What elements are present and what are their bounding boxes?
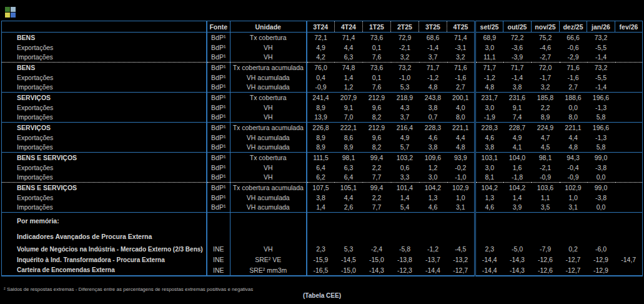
quarter-column-header: 3T24: [307, 21, 335, 33]
quarter-value-cell: 2,2: [363, 193, 391, 203]
month-value-cell: 3,8: [503, 83, 532, 93]
quarter-value-cell: 13,9: [307, 113, 335, 123]
month-value-cell: 5,8: [587, 113, 615, 123]
unit-cell: VH: [230, 113, 307, 123]
quarter-value-cell: [307, 213, 335, 229]
month-value-cell: 102,9: [560, 183, 587, 193]
table-row: ExportaçõesBdP¹VH6,46,32,20,61,2-0,23,01…: [2, 163, 643, 173]
quarter-value-cell: 6,4: [307, 163, 335, 173]
quarter-value-cell: [335, 213, 363, 229]
quarter-value-cell: 5,3: [391, 83, 419, 93]
quarter-value-cell: 2,3: [307, 244, 335, 255]
quarter-value-cell: 73,2: [391, 63, 419, 73]
quarter-column-header: 1T25: [363, 21, 391, 33]
month-value-cell: -2,7: [532, 53, 560, 63]
table-row: ExportaçõesBdP¹VH acumulada8,98,69,64,94…: [2, 133, 643, 143]
quarter-value-cell: 3,3: [391, 173, 419, 183]
quarter-value-cell: 71,4: [447, 33, 475, 43]
month-value-cell: 188,6: [560, 93, 587, 103]
month-value-cell: [503, 213, 532, 229]
table-row: BENSBdP¹Tx cobertura acumulada76,074,873…: [2, 63, 643, 73]
row-label: Exportações: [2, 133, 207, 143]
unit-cell: Tx cobertura: [230, 93, 307, 103]
quarter-value-cell: 3,8: [307, 193, 335, 203]
unit-cell: [230, 213, 307, 229]
month-value-cell: 73,2: [587, 63, 615, 73]
quarter-value-cell: 2,2: [363, 163, 391, 173]
row-label: SERVIÇOS: [2, 123, 207, 133]
source-cell: BdP¹: [207, 103, 230, 113]
quarter-value-cell: 6,3: [335, 53, 363, 63]
month-value-cell: -0,4: [560, 163, 587, 173]
row-label: Indicadores Avançados de Procura Externa: [2, 229, 207, 244]
month-value-cell: [532, 213, 560, 229]
month-value-cell: -12,9: [587, 265, 615, 276]
month-value-cell: 4,6: [475, 203, 503, 213]
table-row: ImportaçõesBdP¹VH acumulada8,98,98,25,73…: [2, 143, 643, 153]
month-value-cell: [615, 163, 643, 173]
month-value-cell: -5,5: [587, 73, 615, 83]
month-value-cell: [615, 229, 643, 244]
quarter-value-cell: -5,8: [391, 244, 419, 255]
icon-quadrant: [11, 7, 16, 12]
quarter-value-cell: 200,1: [447, 93, 475, 103]
quarter-value-cell: 4,4: [447, 133, 475, 143]
row-label: Importações: [2, 53, 207, 63]
quarter-value-cell: 105,1: [335, 183, 363, 193]
quarter-value-cell: -14,3: [363, 265, 391, 276]
month-value-cell: 72,0: [532, 63, 560, 73]
quarter-value-cell: 226,8: [307, 123, 335, 133]
quarter-value-cell: 76,0: [307, 63, 335, 73]
month-value-cell: [503, 229, 532, 244]
quarter-value-cell: -1,2: [419, 73, 447, 83]
unit-cell: Tx cobertura acumulada: [230, 123, 307, 133]
quarter-value-cell: -1,6: [447, 73, 475, 83]
month-value-cell: [615, 43, 643, 53]
footnote: ² Saldos de respostas extremas - Diferen…: [4, 286, 253, 292]
quarter-value-cell: 99,4: [363, 153, 391, 163]
source-cell: BdP¹: [207, 73, 230, 83]
unit-cell: VH: [230, 244, 307, 255]
month-value-cell: 3,9: [503, 203, 532, 213]
quarter-value-cell: 218,9: [391, 93, 419, 103]
month-value-cell: [615, 93, 643, 103]
month-value-cell: -1,3: [587, 133, 615, 143]
quarter-value-cell: [419, 229, 447, 244]
month-value-cell: 196,6: [587, 93, 615, 103]
month-value-cell: 3,2: [532, 83, 560, 93]
quarter-value-cell: 5,4: [391, 203, 419, 213]
icon-quadrant: [5, 13, 10, 18]
month-value-cell: 71,6: [560, 63, 587, 73]
unit-cell: VH acumulada: [230, 83, 307, 93]
table-row: BENSBdP¹Tx cobertura72,171,473,672,968,6…: [2, 33, 643, 43]
month-value-cell: -14,7: [615, 255, 643, 265]
quarter-value-cell: 212,9: [363, 123, 391, 133]
quarter-value-cell: [335, 229, 363, 244]
row-label: Exportações: [2, 163, 207, 173]
quarter-value-cell: [363, 213, 391, 229]
month-value-cell: 4,6: [475, 133, 503, 143]
quarter-value-cell: 8,2: [363, 113, 391, 123]
month-value-cell: 5,8: [587, 143, 615, 153]
month-value-cell: 221,1: [560, 123, 587, 133]
month-value-cell: 4,5: [532, 143, 560, 153]
quarter-value-cell: 221,1: [447, 123, 475, 133]
quarter-value-cell: 8,9: [307, 143, 335, 153]
month-value-cell: [615, 113, 643, 123]
month-value-cell: 224,9: [532, 123, 560, 133]
table-row: ExportaçõesBdP¹VH acumulada3,84,42,21,41…: [2, 193, 643, 203]
quarter-value-cell: [419, 213, 447, 229]
quarter-value-cell: 4,9: [391, 133, 419, 143]
month-value-cell: 11,1: [475, 53, 503, 63]
month-value-cell: 7,4: [503, 113, 532, 123]
quarter-value-cell: 3,2: [391, 53, 419, 63]
quarter-value-cell: 0,7: [419, 113, 447, 123]
quarter-value-cell: 71,4: [335, 33, 363, 43]
source-cell: INE: [207, 244, 230, 255]
quarter-value-cell: 102,9: [447, 183, 475, 193]
quarter-value-cell: 7,7: [363, 203, 391, 213]
quarter-value-cell: 93,9: [447, 153, 475, 163]
quarter-value-cell: 6,3: [335, 163, 363, 173]
month-value-cell: 1,3: [475, 193, 503, 203]
quarter-value-cell: 4,8: [447, 143, 475, 153]
